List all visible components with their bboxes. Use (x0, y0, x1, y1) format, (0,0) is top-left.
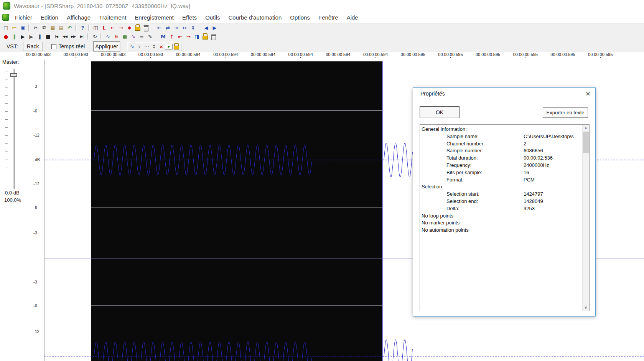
paste-icon[interactable]: ▦ (48, 24, 57, 31)
next-view-icon[interactable]: ▶ (210, 24, 219, 31)
property-label: General information: (422, 126, 467, 133)
separator (199, 25, 200, 31)
export-text-button[interactable]: Exporter en texte (543, 107, 588, 118)
open-file-icon[interactable]: ▭ (10, 24, 18, 31)
delete-icon[interactable]: × (158, 43, 165, 50)
menu-item[interactable]: Fichier (11, 14, 36, 21)
statistics-icon[interactable]: ▦ (120, 33, 129, 40)
play-vst-icon[interactable]: ▶ (165, 44, 173, 49)
realtime-checkbox[interactable] (51, 44, 56, 49)
property-row: No loop points (420, 213, 589, 220)
prev-view-icon[interactable]: ◀ (202, 24, 210, 31)
realtime-checkbox-group: Temps réel (51, 43, 85, 49)
rack-button[interactable]: Rack (23, 42, 43, 51)
zoom-horizontal-icon[interactable]: ↔ (180, 24, 189, 31)
property-value: 2400000Hz (524, 162, 549, 169)
property-row: Sample number: 6086656 (420, 147, 589, 155)
property-row: Bits per sample: 16 (420, 169, 589, 176)
monitor-icon[interactable]: ◫ (91, 24, 100, 31)
properties-list[interactable]: General information: Sample name: C:\Use… (420, 124, 590, 311)
property-label: Sample number: (446, 147, 483, 155)
time-ruler[interactable]: 00:00:00:593 00:00:00:593 00:00:00:593 0… (0, 52, 644, 60)
trash-icon[interactable] (142, 24, 150, 31)
menu-item[interactable]: Traitement (95, 14, 130, 21)
filter-icon[interactable]: ∿ (129, 33, 137, 40)
zoom-sel-end-icon[interactable]: ⇥ (172, 24, 180, 31)
zoom-vertical-icon[interactable]: ⇕ (189, 24, 197, 31)
property-row: Channel number: 2 (420, 140, 589, 148)
red-arrow-right-icon[interactable]: → (117, 24, 125, 31)
wave-tool-icon[interactable]: ∿ (104, 33, 112, 40)
goto-end-icon[interactable]: ▶| (77, 33, 86, 40)
automation-curve-icon[interactable]: ∿ (128, 43, 135, 50)
vst-mini-toolbar: ∿ ∨ ⋯ ↕ × ▶ (127, 42, 181, 51)
copy-icon[interactable]: ⧉ (40, 24, 48, 31)
db-scale-label: -6 (33, 303, 44, 308)
lock-icon[interactable] (201, 33, 209, 40)
red-left-bar-icon[interactable]: ⇤ (176, 33, 184, 40)
scroll-up-icon[interactable]: ∧ (583, 125, 589, 131)
separator (156, 33, 157, 40)
pause-icon[interactable]: ‖ (10, 33, 18, 40)
undo-icon[interactable]: ↶ (65, 24, 74, 31)
scrollbar[interactable]: ∧ ∨ (582, 125, 589, 311)
pause-alt-icon[interactable]: ‖ (35, 33, 44, 40)
cut-icon[interactable]: ✂ (31, 24, 40, 31)
volume-slider-handle[interactable] (10, 73, 17, 77)
pencil-icon[interactable]: ✎ (146, 33, 154, 40)
zoom-swap-icon[interactable]: ⇄ (163, 24, 172, 31)
db-scale-label: -6 (33, 109, 44, 113)
scrollbar-thumb[interactable] (583, 132, 589, 153)
db-scale-label: -12 (33, 181, 44, 186)
dots-icon[interactable]: ⋯ (143, 43, 150, 50)
scroll-down-icon[interactable]: ∨ (583, 304, 589, 311)
menu-item[interactable]: Affichage (63, 14, 95, 21)
volume-slider-track[interactable] (13, 69, 15, 189)
red-burst-icon[interactable]: ∗ (125, 24, 133, 31)
spectrum-icon[interactable]: ≋ (112, 33, 120, 40)
record-icon[interactable]: ● (2, 33, 10, 40)
channel-mode-icon[interactable]: ◨ (193, 33, 201, 40)
red-up-arrow-icon[interactable]: ↥ (167, 33, 176, 40)
play-selection-icon[interactable]: ▶ (27, 33, 35, 40)
menu-item[interactable]: Fenêtre (314, 14, 343, 21)
dropdown-chevron-icon[interactable]: ∨ (136, 43, 143, 50)
loop-icon[interactable]: ↻ (91, 33, 99, 40)
marker-m-icon[interactable]: M (159, 33, 167, 40)
ruler-timestamp: 00:00:00:594 (357, 52, 394, 58)
red-right-bar-icon[interactable]: ⇥ (184, 33, 193, 40)
analysis-icon[interactable]: ≡ (137, 33, 146, 40)
ok-button[interactable]: OK (420, 106, 460, 118)
lock-icon[interactable] (133, 24, 142, 31)
menu-item[interactable]: Outils (201, 14, 224, 21)
help-icon[interactable]: ? (78, 24, 87, 31)
menu-item[interactable]: Aide (343, 14, 362, 21)
apply-button[interactable]: Appliquer (93, 41, 120, 51)
window-title: Wavosaur - [SDRSharp_20180430_072508Z_43… (14, 3, 190, 9)
ruler-timestamp: 00:00:00:594 (282, 52, 320, 58)
trash-icon[interactable] (209, 33, 218, 40)
play-icon[interactable]: ▶ (18, 33, 27, 40)
paste-special-icon[interactable]: ▤ (57, 24, 65, 31)
close-icon[interactable]: × (586, 89, 590, 99)
property-row: Total duration: 00:00:02:536 (420, 155, 589, 162)
lock-icon[interactable] (173, 43, 180, 50)
property-label: Selection start: (446, 191, 479, 198)
goto-start-icon[interactable]: |◀ (52, 33, 61, 40)
save-file-icon[interactable]: ▣ (18, 24, 27, 31)
zoom-sel-start-icon[interactable]: ⇤ (155, 24, 163, 31)
stop-icon[interactable]: ■ (44, 33, 52, 40)
separator (87, 33, 89, 40)
menu-item[interactable]: Effets (178, 14, 201, 21)
rewind-icon[interactable]: ◀◀ (61, 33, 69, 40)
new-file-icon[interactable]: □ (2, 24, 10, 31)
left-marker-icon[interactable]: L (100, 24, 108, 31)
menu-item[interactable]: Options (286, 14, 314, 21)
resize-vertical-icon[interactable]: ↕ (150, 43, 157, 50)
menu-item[interactable]: Enregistrement (130, 14, 178, 21)
menu-item[interactable]: Edition (36, 14, 63, 21)
fast-forward-icon[interactable]: ▶▶ (69, 33, 77, 40)
realtime-checkbox-label: Temps réel (59, 43, 85, 49)
red-arrow-left-icon[interactable]: ← (108, 24, 117, 31)
menu-item[interactable]: Courbe d'automation (224, 14, 286, 21)
